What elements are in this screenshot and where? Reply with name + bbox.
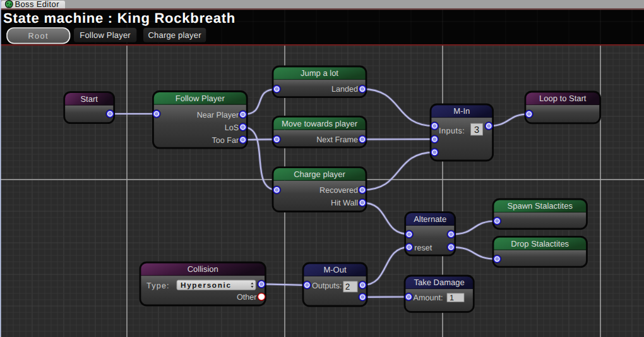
svg-text:Loop to Start: Loop to Start [539, 94, 587, 103]
svg-text:Drop Stalactites: Drop Stalactites [511, 239, 569, 248]
svg-text:Root: Root [28, 32, 49, 40]
svg-text:Type:: Type: [146, 281, 170, 290]
svg-text:M-In: M-In [453, 106, 470, 116]
svg-text:Charge player: Charge player [294, 169, 345, 179]
svg-text:Near Player: Near Player [197, 111, 239, 119]
svg-text:Follow Player: Follow Player [80, 30, 131, 40]
svg-text:Move towards player: Move towards player [282, 119, 358, 128]
svg-text:State machine : King Rockbreat: State machine : King Rockbreath [3, 10, 236, 26]
svg-text:Follow Player: Follow Player [176, 94, 225, 103]
svg-text:reset: reset [414, 243, 432, 252]
svg-text:Amount:: Amount: [414, 293, 443, 302]
svg-text:2: 2 [345, 282, 350, 291]
svg-text:Other: Other [237, 293, 257, 302]
svg-text:Boss Editor: Boss Editor [15, 0, 60, 9]
svg-text:Alternate: Alternate [414, 214, 446, 224]
svg-text:Start: Start [80, 94, 98, 104]
svg-text:Collision: Collision [188, 264, 218, 274]
svg-text:Too Far: Too Far [212, 136, 239, 145]
svg-text:Recovered: Recovered [319, 186, 358, 195]
svg-text:Inputs:: Inputs: [439, 126, 465, 135]
svg-text:M-Out: M-Out [323, 265, 347, 274]
svg-text:Hypersonic: Hypersonic [181, 281, 232, 290]
svg-text:Take Damage: Take Damage [414, 278, 465, 287]
svg-text:Jump a lot: Jump a lot [301, 68, 338, 78]
svg-text:LoS: LoS [225, 123, 239, 132]
svg-text:Landed: Landed [331, 85, 358, 94]
svg-text:1: 1 [450, 293, 454, 302]
svg-text:Spawn Stalactites: Spawn Stalactites [508, 201, 573, 211]
svg-text:Charge player: Charge player [148, 30, 201, 40]
svg-text:Outputs:: Outputs: [312, 281, 342, 290]
svg-text:Next Frame: Next Frame [316, 135, 358, 144]
svg-text:3: 3 [474, 125, 479, 135]
svg-text:Hit Wall: Hit Wall [331, 199, 358, 207]
